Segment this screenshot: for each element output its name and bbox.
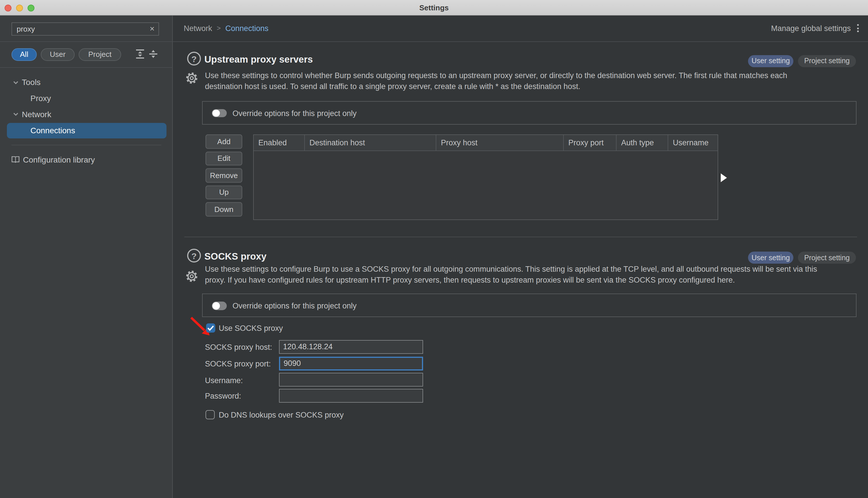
sidebar-item-configuration-library[interactable]: Configuration library <box>12 155 95 164</box>
chevron-down-icon[interactable] <box>13 81 18 84</box>
col-proxy-host[interactable]: Proxy host <box>436 135 564 150</box>
breadcrumb: Network > Connections <box>184 22 268 35</box>
settings-search[interactable]: ✕ <box>12 22 159 36</box>
breadcrumb-network[interactable]: Network <box>184 24 212 32</box>
sidebar-item-connections[interactable]: Connections <box>6 123 166 138</box>
down-button[interactable]: Down <box>205 202 242 216</box>
col-proxy-port[interactable]: Proxy port <box>564 135 616 150</box>
chevron-down-icon[interactable] <box>13 113 18 116</box>
kebab-menu-icon[interactable] <box>856 23 860 33</box>
socks-description-line2: proxy. If you have configured rules for … <box>205 275 817 286</box>
sidebar: ✕ All User Project Tools Proxy Network C <box>0 15 173 498</box>
sidebar-item-network[interactable]: Network <box>22 109 51 119</box>
socks-section-title: SOCKS proxy <box>204 251 266 262</box>
upstream-override-label: Override options for this project only <box>232 101 356 125</box>
upstream-proxy-table[interactable]: Enabled Destination host Proxy host Prox… <box>253 134 718 220</box>
search-input[interactable] <box>12 25 146 33</box>
col-username[interactable]: Username <box>668 135 718 150</box>
filter-all[interactable]: All <box>12 48 37 61</box>
sidebar-item-label: Connections <box>30 123 75 138</box>
upstream-description: Use these settings to control whether Bu… <box>205 71 787 92</box>
breadcrumb-connections[interactable]: Connections <box>225 24 268 32</box>
col-auth-type[interactable]: Auth type <box>616 135 668 150</box>
sidebar-item-proxy[interactable]: Proxy <box>30 94 51 103</box>
collapse-all-icon[interactable] <box>148 49 159 59</box>
upstream-override-box: Override options for this project only <box>202 101 856 124</box>
window-title: Settings <box>0 0 868 15</box>
project-setting-badge: Project setting <box>798 252 856 264</box>
checkmark-icon <box>206 323 215 332</box>
dns-over-socks-label: Do DNS lookups over SOCKS proxy <box>219 410 343 419</box>
table-header-row: Enabled Destination host Proxy host Prox… <box>254 135 718 151</box>
socks-description: Use these settings to configure Burp to … <box>205 264 817 286</box>
username-input[interactable] <box>279 373 423 386</box>
username-label: Username: <box>205 376 243 384</box>
remove-button[interactable]: Remove <box>205 168 242 182</box>
gear-icon <box>184 269 199 284</box>
socks-override-box: Override options for this project only <box>202 293 856 317</box>
up-button[interactable]: Up <box>205 185 242 199</box>
upstream-description-line2: destination host is used. To send all tr… <box>205 81 787 92</box>
filter-user[interactable]: User <box>41 48 74 61</box>
book-icon <box>12 156 19 163</box>
filter-project[interactable]: Project <box>79 48 121 61</box>
upstream-section-title: Upstream proxy servers <box>204 54 313 65</box>
socks-override-toggle[interactable] <box>212 302 227 310</box>
socks-override-label: Override options for this project only <box>232 294 356 318</box>
upstream-description-line1: Use these settings to control whether Bu… <box>205 71 787 81</box>
password-label: Password: <box>205 392 241 401</box>
user-setting-badge: User setting <box>748 252 794 264</box>
socks-description-line1: Use these settings to configure Burp to … <box>205 264 817 275</box>
password-input[interactable] <box>279 389 423 402</box>
settings-window: Settings ✕ All User Project Tools Proxy <box>0 0 868 498</box>
socks-host-label: SOCKS proxy host: <box>205 343 272 352</box>
col-destination-host[interactable]: Destination host <box>305 135 436 150</box>
section-divider <box>184 236 857 237</box>
sidebar-divider <box>12 144 161 145</box>
manage-global-settings[interactable]: Manage global settings <box>771 22 860 35</box>
help-icon[interactable]: ? <box>187 52 201 65</box>
help-icon[interactable]: ? <box>187 249 201 262</box>
add-button[interactable]: Add <box>205 134 242 148</box>
mouse-cursor-icon <box>720 172 729 183</box>
breadcrumb-separator-icon: > <box>217 24 221 32</box>
project-setting-badge: Project setting <box>798 55 856 67</box>
socks-port-label: SOCKS proxy port: <box>205 359 271 368</box>
header-divider <box>0 41 868 42</box>
sidebar-divider <box>0 67 173 67</box>
titlebar: Settings <box>0 0 868 15</box>
sidebar-item-tools[interactable]: Tools <box>22 78 40 87</box>
edit-button[interactable]: Edit <box>205 152 242 166</box>
dns-over-socks-checkbox[interactable] <box>205 410 215 419</box>
config-library-label: Configuration library <box>23 155 95 164</box>
use-socks-proxy-label: Use SOCKS proxy <box>219 324 283 332</box>
col-enabled[interactable]: Enabled <box>254 135 305 150</box>
manage-global-settings-label: Manage global settings <box>771 24 851 32</box>
expand-all-icon[interactable] <box>135 49 145 59</box>
use-socks-proxy-checkbox[interactable] <box>206 323 215 332</box>
content-pane: Network > Connections Manage global sett… <box>173 15 868 498</box>
upstream-override-toggle[interactable] <box>212 109 227 117</box>
socks-port-input[interactable] <box>279 356 423 370</box>
clear-search-icon[interactable]: ✕ <box>146 25 159 33</box>
user-setting-badge: User setting <box>748 55 794 67</box>
socks-host-input[interactable] <box>279 340 423 354</box>
gear-icon <box>184 71 199 86</box>
